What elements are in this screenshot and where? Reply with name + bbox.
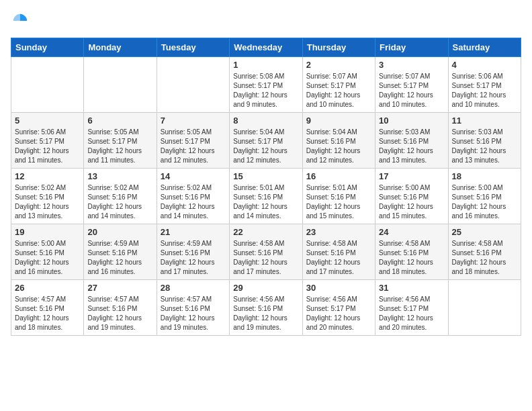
day-info: Sunrise: 5:05 AM Sunset: 5:17 PM Dayligh… [87, 128, 152, 165]
day-info: Sunrise: 5:02 AM Sunset: 5:16 PM Dayligh… [161, 183, 226, 221]
day-number: 3 [379, 60, 444, 70]
day-info: Sunrise: 5:04 AM Sunset: 5:17 PM Dayligh… [233, 128, 298, 165]
day-info: Sunrise: 5:01 AM Sunset: 5:16 PM Dayligh… [233, 183, 298, 221]
day-number: 1 [233, 60, 298, 70]
day-info: Sunrise: 5:03 AM Sunset: 5:16 PM Dayligh… [379, 128, 444, 165]
day-number: 10 [379, 116, 444, 126]
calendar-cell: 9Sunrise: 5:04 AM Sunset: 5:16 PM Daylig… [302, 113, 375, 169]
calendar-cell: 11Sunrise: 5:03 AM Sunset: 5:16 PM Dayli… [448, 113, 521, 169]
day-number: 18 [452, 171, 517, 181]
calendar-cell: 25Sunrise: 4:58 AM Sunset: 5:16 PM Dayli… [448, 224, 521, 280]
week-row-4: 19Sunrise: 5:00 AM Sunset: 5:16 PM Dayli… [11, 224, 521, 280]
calendar-cell: 28Sunrise: 4:57 AM Sunset: 5:16 PM Dayli… [157, 280, 229, 336]
calendar-cell: 13Sunrise: 5:02 AM Sunset: 5:16 PM Dayli… [84, 169, 157, 224]
day-info: Sunrise: 4:57 AM Sunset: 5:16 PM Dayligh… [87, 295, 152, 332]
day-number: 24 [379, 227, 444, 237]
calendar-cell: 21Sunrise: 4:59 AM Sunset: 5:16 PM Dayli… [157, 224, 229, 280]
day-info: Sunrise: 4:56 AM Sunset: 5:17 PM Dayligh… [379, 295, 444, 332]
calendar-cell: 14Sunrise: 5:02 AM Sunset: 5:16 PM Dayli… [157, 169, 229, 224]
day-number: 14 [161, 171, 226, 181]
day-number: 26 [15, 283, 80, 293]
day-number: 28 [161, 283, 226, 293]
week-row-1: 1Sunrise: 5:08 AM Sunset: 5:17 PM Daylig… [11, 57, 521, 113]
day-number: 8 [233, 116, 298, 126]
day-info: Sunrise: 4:56 AM Sunset: 5:16 PM Dayligh… [233, 295, 298, 332]
day-number: 19 [15, 227, 80, 237]
calendar-cell: 1Sunrise: 5:08 AM Sunset: 5:17 PM Daylig… [230, 57, 302, 113]
calendar-cell: 3Sunrise: 5:07 AM Sunset: 5:17 PM Daylig… [375, 57, 448, 113]
week-row-2: 5Sunrise: 5:06 AM Sunset: 5:17 PM Daylig… [11, 113, 521, 169]
calendar-cell [11, 57, 84, 113]
day-number: 17 [379, 171, 444, 181]
calendar-cell: 17Sunrise: 5:00 AM Sunset: 5:16 PM Dayli… [375, 169, 448, 224]
calendar-cell: 26Sunrise: 4:57 AM Sunset: 5:16 PM Dayli… [11, 280, 84, 336]
page-header [11, 11, 521, 30]
calendar-cell: 5Sunrise: 5:06 AM Sunset: 5:17 PM Daylig… [11, 113, 84, 169]
weekday-header-monday: Monday [84, 38, 157, 57]
weekday-header-wednesday: Wednesday [230, 38, 302, 57]
day-number: 21 [161, 227, 226, 237]
day-number: 11 [452, 116, 517, 126]
day-info: Sunrise: 4:59 AM Sunset: 5:16 PM Dayligh… [161, 239, 226, 277]
calendar-cell: 30Sunrise: 4:56 AM Sunset: 5:17 PM Dayli… [302, 280, 375, 336]
day-info: Sunrise: 5:00 AM Sunset: 5:16 PM Dayligh… [15, 239, 80, 277]
calendar-cell: 8Sunrise: 5:04 AM Sunset: 5:17 PM Daylig… [230, 113, 302, 169]
day-info: Sunrise: 5:03 AM Sunset: 5:16 PM Dayligh… [452, 128, 517, 165]
day-number: 20 [87, 227, 152, 237]
calendar-cell: 20Sunrise: 4:59 AM Sunset: 5:16 PM Dayli… [84, 224, 157, 280]
weekday-header-friday: Friday [375, 38, 448, 57]
day-number: 7 [161, 116, 226, 126]
day-number: 5 [15, 116, 80, 126]
week-row-3: 12Sunrise: 5:02 AM Sunset: 5:16 PM Dayli… [11, 169, 521, 224]
day-info: Sunrise: 5:00 AM Sunset: 5:16 PM Dayligh… [452, 183, 517, 221]
day-info: Sunrise: 5:08 AM Sunset: 5:17 PM Dayligh… [233, 72, 298, 109]
calendar-cell: 31Sunrise: 4:56 AM Sunset: 5:17 PM Dayli… [375, 280, 448, 336]
day-number: 16 [306, 171, 371, 181]
day-number: 12 [15, 171, 80, 181]
day-info: Sunrise: 5:00 AM Sunset: 5:16 PM Dayligh… [379, 183, 444, 221]
calendar-cell: 27Sunrise: 4:57 AM Sunset: 5:16 PM Dayli… [84, 280, 157, 336]
day-info: Sunrise: 4:58 AM Sunset: 5:16 PM Dayligh… [233, 239, 298, 277]
weekday-header-tuesday: Tuesday [157, 38, 229, 57]
weekday-header-row: SundayMondayTuesdayWednesdayThursdayFrid… [11, 38, 521, 57]
day-number: 31 [379, 283, 444, 293]
calendar-cell: 23Sunrise: 4:58 AM Sunset: 5:16 PM Dayli… [302, 224, 375, 280]
weekday-header-sunday: Sunday [11, 38, 84, 57]
day-info: Sunrise: 4:56 AM Sunset: 5:17 PM Dayligh… [306, 295, 371, 332]
calendar-cell: 29Sunrise: 4:56 AM Sunset: 5:16 PM Dayli… [230, 280, 302, 336]
calendar-cell: 22Sunrise: 4:58 AM Sunset: 5:16 PM Dayli… [230, 224, 302, 280]
day-info: Sunrise: 5:01 AM Sunset: 5:16 PM Dayligh… [306, 183, 371, 221]
day-number: 23 [306, 227, 371, 237]
day-number: 15 [233, 171, 298, 181]
day-number: 2 [306, 60, 371, 70]
day-info: Sunrise: 4:58 AM Sunset: 5:16 PM Dayligh… [306, 239, 371, 277]
day-info: Sunrise: 4:58 AM Sunset: 5:16 PM Dayligh… [452, 239, 517, 277]
day-number: 27 [87, 283, 152, 293]
day-info: Sunrise: 4:59 AM Sunset: 5:16 PM Dayligh… [87, 239, 152, 277]
calendar-cell: 10Sunrise: 5:03 AM Sunset: 5:16 PM Dayli… [375, 113, 448, 169]
weekday-header-thursday: Thursday [302, 38, 375, 57]
calendar-cell: 12Sunrise: 5:02 AM Sunset: 5:16 PM Dayli… [11, 169, 84, 224]
day-info: Sunrise: 5:02 AM Sunset: 5:16 PM Dayligh… [87, 183, 152, 221]
day-info: Sunrise: 5:05 AM Sunset: 5:17 PM Dayligh… [161, 128, 226, 165]
week-row-5: 26Sunrise: 4:57 AM Sunset: 5:16 PM Dayli… [11, 280, 521, 336]
day-number: 22 [233, 227, 298, 237]
day-info: Sunrise: 5:04 AM Sunset: 5:16 PM Dayligh… [306, 128, 371, 165]
calendar-cell [157, 57, 229, 113]
calendar-cell: 18Sunrise: 5:00 AM Sunset: 5:16 PM Dayli… [448, 169, 521, 224]
day-number: 30 [306, 283, 371, 293]
day-number: 13 [87, 171, 152, 181]
day-info: Sunrise: 4:57 AM Sunset: 5:16 PM Dayligh… [15, 295, 80, 332]
day-info: Sunrise: 5:06 AM Sunset: 5:17 PM Dayligh… [15, 128, 80, 165]
day-info: Sunrise: 5:07 AM Sunset: 5:17 PM Dayligh… [379, 72, 444, 109]
day-info: Sunrise: 5:06 AM Sunset: 5:17 PM Dayligh… [452, 72, 517, 109]
calendar-cell: 2Sunrise: 5:07 AM Sunset: 5:17 PM Daylig… [302, 57, 375, 113]
calendar-cell: 19Sunrise: 5:00 AM Sunset: 5:16 PM Dayli… [11, 224, 84, 280]
calendar-cell: 4Sunrise: 5:06 AM Sunset: 5:17 PM Daylig… [448, 57, 521, 113]
logo [11, 11, 32, 30]
calendar-cell: 6Sunrise: 5:05 AM Sunset: 5:17 PM Daylig… [84, 113, 157, 169]
calendar-cell [448, 280, 521, 336]
day-number: 29 [233, 283, 298, 293]
day-info: Sunrise: 5:07 AM Sunset: 5:17 PM Dayligh… [306, 72, 371, 109]
day-number: 6 [87, 116, 152, 126]
